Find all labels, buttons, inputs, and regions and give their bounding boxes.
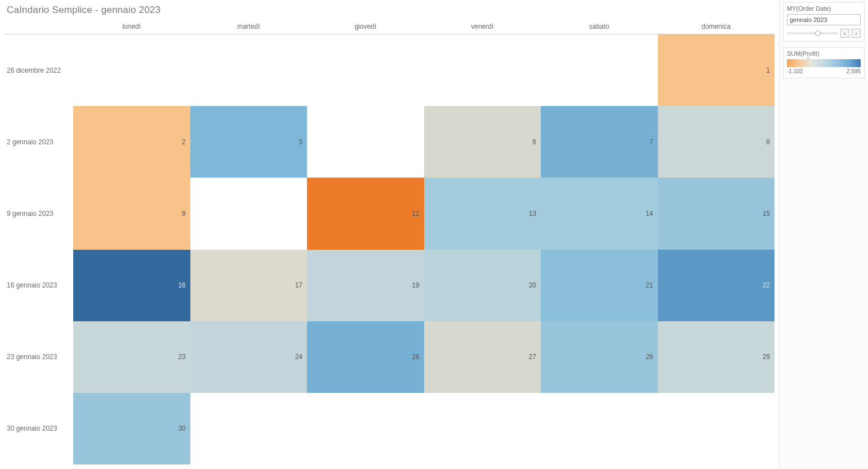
calendar-cell: [541, 34, 658, 106]
filter-title: MY(Order Date): [787, 5, 861, 12]
calendar-cell: [190, 34, 308, 106]
row-header: 9 gennaio 2023: [5, 178, 73, 249]
calendar-cell[interactable]: 12: [307, 178, 424, 249]
column-header: lunedì: [73, 19, 190, 34]
filter-card: MY(Order Date) gennaio 2023 ‹ ›: [783, 2, 865, 42]
row-header: 23 gennaio 2023: [5, 321, 73, 393]
calendar-cell[interactable]: 3: [190, 106, 308, 178]
calendar-cell[interactable]: 13: [424, 178, 541, 249]
calendar-cell[interactable]: 17: [190, 250, 308, 321]
heatmap-grid: 1236789121314151617192021222324262728293…: [73, 34, 774, 464]
chart-area: CaIndario Semplice - gennaio 2023 lunedì…: [0, 0, 779, 469]
next-month-button[interactable]: ›: [852, 29, 861, 38]
calendar-cell[interactable]: 8: [658, 106, 775, 178]
calendar-cell[interactable]: 21: [541, 250, 658, 321]
table-row: 912131415: [73, 178, 774, 249]
table-row: 1: [73, 34, 774, 106]
calendar-cell[interactable]: 19: [307, 250, 424, 321]
calendar-cell[interactable]: 9: [73, 178, 190, 249]
month-year-value: gennaio 2023: [790, 16, 827, 23]
month-year-select[interactable]: gennaio 2023: [787, 14, 861, 25]
calendar-cell[interactable]: 16: [73, 250, 190, 321]
calendar-cell[interactable]: 26: [307, 321, 424, 393]
calendar-cell[interactable]: 14: [541, 178, 658, 249]
calendar-cell[interactable]: 1: [658, 34, 775, 106]
calendar-cell: [541, 393, 658, 464]
calendar-cell: [307, 106, 424, 178]
calendar-cell[interactable]: 23: [73, 321, 190, 393]
column-headers: lunedìmartedìgiovedìvenerdìsabatodomenic…: [5, 19, 774, 34]
calendar-cell[interactable]: 7: [541, 106, 658, 178]
prev-month-button[interactable]: ‹: [840, 29, 849, 38]
chevron-right-icon: ›: [855, 30, 857, 37]
legend-min: -1.102: [787, 68, 803, 74]
calendar-cell: [307, 34, 424, 106]
side-panel: MY(Order Date) gennaio 2023 ‹ › SUM(Prof…: [779, 0, 868, 469]
calendar-cell: [424, 393, 541, 464]
row-header: 26 dicembre 2022: [5, 34, 73, 106]
calendar-cell[interactable]: 27: [424, 321, 541, 393]
legend-gradient: [787, 59, 861, 67]
table-row: 30: [73, 393, 774, 464]
row-headers: 26 dicembre 20222 gennaio 20239 gennaio …: [5, 34, 73, 464]
legend-card: SUM(Profit) -1.102 2.595: [783, 47, 865, 78]
calendar-cell[interactable]: 2: [73, 106, 190, 178]
calendar-cell[interactable]: 29: [658, 321, 775, 393]
calendar-cell[interactable]: 22: [658, 250, 775, 321]
column-header: martedì: [190, 19, 308, 34]
legend-max: 2.595: [847, 68, 861, 74]
legend-title: SUM(Profit): [787, 50, 861, 57]
month-slider[interactable]: [787, 32, 838, 34]
row-header: 16 gennaio 2023: [5, 250, 73, 321]
calendar-cell: [190, 393, 308, 464]
slider-handle-icon[interactable]: [815, 30, 821, 36]
calendar-cell[interactable]: 6: [424, 106, 541, 178]
row-header: 2 gennaio 2023: [5, 106, 73, 178]
calendar-cell: [658, 393, 775, 464]
table-row: 161719202122: [73, 250, 774, 321]
calendar-cell: [190, 178, 308, 249]
legend-zero-tick-icon: [808, 57, 808, 59]
calendar-cell: [424, 34, 541, 106]
calendar-cell[interactable]: 24: [190, 321, 308, 393]
column-header: giovedì: [307, 19, 424, 34]
column-header: sabato: [541, 19, 658, 34]
calendar-cell: [73, 34, 190, 106]
table-row: 232426272829: [73, 321, 774, 393]
calendar-cell[interactable]: 30: [73, 393, 190, 464]
chart-title: CaIndario Semplice - gennaio 2023: [7, 5, 774, 16]
column-header: domenica: [658, 19, 775, 34]
calendar-cell: [307, 393, 424, 464]
column-header: venerdì: [424, 19, 541, 34]
chevron-left-icon: ‹: [844, 30, 845, 37]
calendar-cell[interactable]: 15: [658, 178, 775, 249]
calendar-cell[interactable]: 28: [541, 321, 658, 393]
calendar-cell[interactable]: 20: [424, 250, 541, 321]
row-header: 30 gennaio 2023: [5, 393, 73, 464]
table-row: 23678: [73, 106, 774, 178]
